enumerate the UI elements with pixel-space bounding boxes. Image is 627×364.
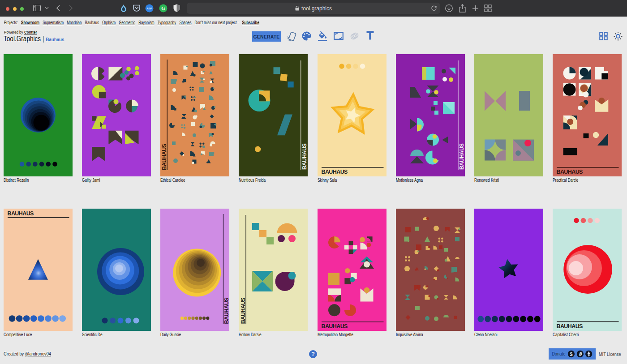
- svg-text:BAUHAUS: BAUHAUS: [557, 323, 583, 330]
- svg-text:BAUHAUS: BAUHAUS: [322, 169, 348, 175]
- svg-text:ABP: ABP: [146, 7, 152, 10]
- svg-text:BAUHAUS: BAUHAUS: [161, 144, 167, 170]
- svg-text:BAUHAUS: BAUHAUS: [322, 323, 348, 330]
- svg-text:BAUHAUS: BAUHAUS: [8, 210, 34, 217]
- svg-text:BAUHAUS: BAUHAUS: [557, 169, 583, 175]
- svg-text:Donate: Donate: [552, 351, 566, 357]
- svg-text:BAUHAUS: BAUHAUS: [301, 143, 308, 170]
- svg-text:$: $: [570, 351, 573, 357]
- svg-text:G: G: [161, 5, 165, 11]
- svg-text:BAUHAUS: BAUHAUS: [223, 298, 230, 324]
- svg-text:BAUHAUS: BAUHAUS: [240, 298, 246, 324]
- svg-text:BAUHAUS: BAUHAUS: [459, 143, 465, 170]
